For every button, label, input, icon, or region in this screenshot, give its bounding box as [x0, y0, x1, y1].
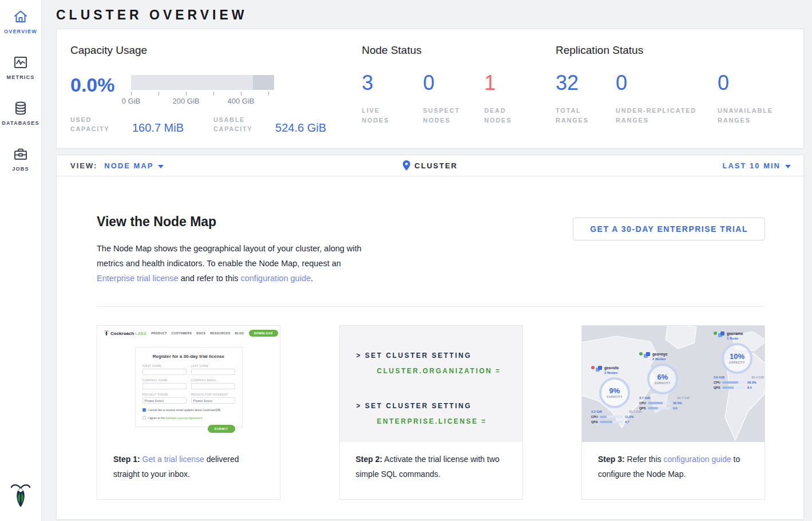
- cluster-summary-panel: Capacity Usage 0.0% 0 GiB: [56, 29, 804, 149]
- time-range-dropdown[interactable]: LAST 10 MIN: [723, 161, 791, 170]
- metrics-icon: [12, 54, 29, 71]
- configuration-guide-link[interactable]: configuration guide: [240, 274, 311, 283]
- desc-text-2: and refer to this: [179, 274, 241, 283]
- mini-field-last-name: LAST NAME: [191, 364, 235, 368]
- qps-value: 0.0: [673, 406, 678, 410]
- desc-text-3: .: [311, 274, 313, 283]
- view-panel: VIEW: NODE MAP CLUSTER LAST 10 MIN: [56, 155, 804, 520]
- capacity-bar-chart: 0 GiB 200 GiB 400 GiB: [131, 75, 274, 106]
- configuration-guide-link-2[interactable]: configuration guide: [663, 455, 731, 464]
- unavailable-ranges-value: 0: [718, 72, 803, 94]
- view-dropdown-value: NODE MAP: [104, 161, 153, 170]
- get-trial-license-link[interactable]: Get a trial license: [142, 455, 204, 464]
- view-dropdown[interactable]: NODE MAP: [104, 161, 164, 170]
- cpu-value: 42.5%: [673, 401, 682, 405]
- mini-nav-docs: DOCS: [196, 331, 205, 335]
- dead-nodes-stat: 1 DEAD NODES: [484, 72, 545, 125]
- qps-label: QPS: [639, 406, 648, 410]
- mini-site-brand-suffix: LABS: [135, 331, 146, 336]
- mini-registration-form: Register for a 30-day trial license FIRS…: [135, 347, 243, 427]
- suspect-nodes-label: SUSPECT NODES: [423, 106, 469, 125]
- page-title: CLUSTER OVERVIEW: [56, 7, 804, 23]
- cluster-used: 3.7 GiB: [639, 396, 650, 400]
- chevron-down-icon: [158, 161, 164, 170]
- mini-checkbox-empty: [142, 416, 146, 420]
- step3-label: Step 3:: [598, 455, 625, 464]
- step3-text-pre: Refer this: [625, 455, 664, 464]
- step2-image-sql-commands: > SET CLUSTER SETTING CLUSTER.ORGANIZATI…: [340, 326, 522, 442]
- app-root: OVERVIEW METRICS DATABASES: [0, 0, 812, 521]
- mini-select: Please Select: [142, 397, 187, 404]
- sidebar: OVERVIEW METRICS DATABASES: [0, 0, 42, 521]
- capacity-axis-ticks: [131, 91, 268, 96]
- replication-status-section: Replication Status 32 TOTAL RANGES 0 UND…: [556, 44, 803, 148]
- mini-field-first-name: FIRST NAME: [142, 364, 187, 368]
- capacity-gauge: 6% CAPACITY: [647, 364, 678, 394]
- cpu-label: CPU: [591, 415, 600, 419]
- mini-license-link: Software License Agreement.: [165, 416, 203, 420]
- used-capacity-label: USED CAPACITY: [70, 115, 125, 133]
- sql-line-3: > SET CLUSTER SETTING: [357, 402, 522, 410]
- usable-capacity-value: 524.6 GiB: [275, 122, 326, 133]
- unavailable-ranges-stat: 0 UNAVAILABLE RANGES: [718, 72, 803, 125]
- enterprise-trial-license-link[interactable]: Enterprise trial license: [97, 274, 179, 283]
- scope-breadcrumb[interactable]: CLUSTER: [402, 160, 457, 171]
- view-label: VIEW:: [70, 161, 97, 170]
- chevron-down-icon: [785, 161, 791, 170]
- total-ranges-stat: 32 TOTAL RANGES: [556, 72, 616, 125]
- cluster-locality: geo=sfo: [604, 366, 619, 370]
- cluster-node-count: 1 Node: [727, 336, 743, 341]
- mini-field-reason: REASON FOR INTEREST: [191, 393, 235, 396]
- used-capacity-value: 160.7 MiB: [132, 122, 184, 133]
- sidebar-label-databases: DATABASES: [2, 120, 39, 126]
- sidebar-item-overview[interactable]: OVERVIEW: [4, 8, 37, 34]
- desc-text-1: The Node Map shows the geographical layo…: [97, 244, 362, 268]
- live-nodes-label: LIVE NODES: [362, 106, 407, 125]
- gauge-percent: 10%: [730, 353, 744, 360]
- mini-bug-logo-icon: [104, 330, 109, 337]
- qps-value: 8.4: [747, 386, 752, 389]
- mini-nav-product: PRODUCT: [151, 331, 167, 335]
- mini-site-nav: PRODUCT CUSTOMERS DOCS RESOURCES BLOG DO…: [146, 330, 278, 337]
- dead-nodes-value: 1: [484, 72, 545, 94]
- cluster-locality: geo=ams: [727, 331, 743, 336]
- cluster-node-count: 2 Nodes: [604, 370, 619, 375]
- nodes-cube-icon: [718, 331, 724, 338]
- replication-status-title: Replication Status: [556, 44, 803, 57]
- step1-card: Cockroach LABS PRODUCT CUSTOMERS DOCS RE…: [97, 325, 280, 500]
- mini-input: [191, 383, 235, 389]
- mini-field-company-email: COMPANY EMAIL: [191, 378, 235, 382]
- under-replicated-ranges-label: UNDER-REPLICATED RANGES: [616, 106, 713, 125]
- step3-card: geo=sfo 2 Nodes 9% CAPACITY 3.2 GiB35.1 …: [581, 325, 765, 500]
- sidebar-item-databases[interactable]: DATABASES: [2, 100, 39, 126]
- cluster-total: 36.4 GiB: [751, 376, 764, 379]
- gauge-label: CAPACITY: [729, 361, 744, 364]
- step1-caption: Step 1: Get a trial license delivered st…: [97, 442, 280, 481]
- suspect-nodes-value: 0: [423, 72, 484, 94]
- map-cluster-nyc: geo=nyc 2 Nodes 6% CAPACITY 3.7 GiB43.7 …: [639, 352, 692, 410]
- node-map-heading: View the Node Map: [97, 214, 366, 230]
- gauge-percent: 9%: [609, 387, 620, 394]
- capacity-usage-section: Capacity Usage 0.0% 0 GiB: [70, 44, 362, 148]
- qps-label: QPS: [591, 420, 600, 424]
- sidebar-label-jobs: JOBS: [12, 166, 29, 172]
- section-divider: [97, 306, 765, 307]
- mini-form-title: Register for a 30-day trial license: [142, 354, 235, 359]
- live-nodes-value: 3: [362, 72, 423, 94]
- node-status-title: Node Status: [362, 44, 556, 57]
- sidebar-label-metrics: METRICS: [7, 74, 35, 80]
- mini-checkbox-checked: [142, 408, 146, 412]
- sidebar-item-metrics[interactable]: METRICS: [7, 54, 35, 80]
- step1-image-registration-site: Cockroach LABS PRODUCT CUSTOMERS DOCS RE…: [97, 326, 280, 442]
- enterprise-trial-button[interactable]: GET A 30-DAY ENTERPRISE TRIAL: [573, 218, 765, 240]
- capacity-axis-labels: 0 GiB 200 GiB 400 GiB: [131, 97, 268, 106]
- node-map-body: View the Node Map The Node Map shows the…: [57, 176, 803, 519]
- step2-label: Step 2:: [356, 455, 383, 464]
- sidebar-label-overview: OVERVIEW: [4, 29, 37, 34]
- node-status-section: Node Status 3 LIVE NODES 0 SUSPECT NODES…: [362, 44, 556, 148]
- sidebar-item-jobs[interactable]: JOBS: [12, 145, 29, 172]
- capacity-gauge: 9% CAPACITY: [599, 377, 630, 408]
- mini-nav-customers: CUSTOMERS: [172, 331, 192, 335]
- capacity-bar-usable-segment: [131, 75, 253, 90]
- cluster-total: 43.7 GiB: [677, 396, 690, 400]
